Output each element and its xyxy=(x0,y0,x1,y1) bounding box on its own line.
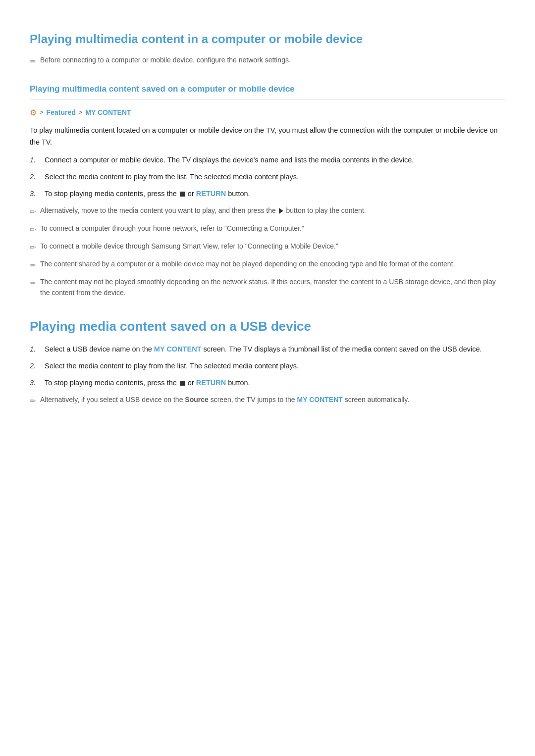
step2-number: 2. xyxy=(30,171,39,183)
intro-note-text: Before connecting to a computer or mobil… xyxy=(40,54,505,65)
step3-text-end: button. xyxy=(228,190,250,198)
note1-line4: ✏ The content shared by a computer or a … xyxy=(30,258,505,271)
s2-step3-text-end: button. xyxy=(228,379,250,387)
s2-step3-number: 3. xyxy=(30,377,39,389)
s2-note1-after: screen automatically. xyxy=(345,396,409,403)
s2-note1-mycontent: MY CONTENT xyxy=(297,396,343,403)
section1-steps-list: 1. Connect a computer or mobile device. … xyxy=(30,154,505,200)
step-2: 2. Select the media content to play from… xyxy=(30,171,505,183)
breadcrumb-mycontent-link[interactable]: MY CONTENT xyxy=(85,107,131,118)
s2-step1-text-before: Select a USB device name on the xyxy=(45,345,152,353)
s2-note1-text: Alternatively, if you select a USB devic… xyxy=(40,394,505,405)
note5-text: The content may not be played smoothly d… xyxy=(40,276,505,299)
s2-note1: ✏ Alternatively, if you select a USB dev… xyxy=(30,394,505,407)
pencil-icon: ✏ xyxy=(30,55,36,67)
note2-text: To connect a computer through your home … xyxy=(40,223,505,234)
section1-title: Playing multimedia content saved on a co… xyxy=(30,82,505,99)
intro-note-line: ✏ Before connecting to a computer or mob… xyxy=(30,54,505,67)
s2-step2-number: 2. xyxy=(30,360,39,372)
section2-steps-list: 1. Select a USB device name on the MY CO… xyxy=(30,344,505,389)
section2-title: Playing media content saved on a USB dev… xyxy=(30,316,505,337)
s2-step3-return-label: RETURN xyxy=(196,379,226,387)
s2-step1-number: 1. xyxy=(30,344,39,355)
s2-step1-text: Select a USB device name on the MY CONTE… xyxy=(45,344,505,355)
pencil-icon-n1: ✏ xyxy=(30,206,36,218)
pencil-icon-s2n1: ✏ xyxy=(30,395,36,407)
pencil-icon-n4: ✏ xyxy=(30,259,36,271)
section2: Playing media content saved on a USB dev… xyxy=(30,316,505,407)
step1-text: Connect a computer or mobile device. The… xyxy=(45,154,505,166)
breadcrumb-featured-link[interactable]: Featured xyxy=(47,107,76,118)
chevron2-icon: > xyxy=(79,107,83,118)
step3-return-label: RETURN xyxy=(196,190,226,198)
pencil-icon-n5: ✏ xyxy=(30,277,36,289)
note1-line5: ✏ The content may not be played smoothly… xyxy=(30,276,505,299)
s2-note1-source: Source xyxy=(185,396,208,403)
step-3: 3. To stop playing media contents, press… xyxy=(30,188,505,200)
step3-text: To stop playing media contents, press th… xyxy=(45,188,505,200)
main-title: Playing multimedia content in a computer… xyxy=(30,20,505,49)
s2-step3-text: To stop playing media contents, press th… xyxy=(45,377,505,389)
section1-body-text: To play multimedia content located on a … xyxy=(30,125,505,149)
step3-number: 3. xyxy=(30,188,39,200)
pencil-icon-n2: ✏ xyxy=(30,224,36,236)
note1-line2: ✏ To connect a computer through your hom… xyxy=(30,223,505,236)
note4-text: The content shared by a computer or a mo… xyxy=(40,258,505,269)
s2-step1-text-after: screen. The TV displays a thumbnail list… xyxy=(204,345,482,353)
step3-text-or: or xyxy=(188,190,194,198)
s2-step-3: 3. To stop playing media contents, press… xyxy=(30,377,505,389)
s2-step-2: 2. Select the media content to play from… xyxy=(30,360,505,372)
s2-step-1: 1. Select a USB device name on the MY CO… xyxy=(30,344,505,355)
settings-icon: ⚙ xyxy=(30,106,37,119)
s2-step3-text-before: To stop playing media contents, press th… xyxy=(45,379,177,387)
s2-step2-text: Select the media content to play from th… xyxy=(45,360,505,372)
note1-text: Alternatively, move to the media content… xyxy=(40,205,505,216)
s2-note1-before: Alternatively, if you select a USB devic… xyxy=(40,396,183,403)
s2-step1-mycontent-link: MY CONTENT xyxy=(154,345,202,353)
pencil-icon-n3: ✏ xyxy=(30,242,36,253)
s2-note1-middle: screen, the TV jumps to the xyxy=(211,396,295,403)
s2-stop-icon xyxy=(180,381,185,386)
step1-number: 1. xyxy=(30,154,39,166)
step-1: 1. Connect a computer or mobile device. … xyxy=(30,154,505,166)
note3-text: To connect a mobile device through Samsu… xyxy=(40,241,505,252)
note1-line1: ✏ Alternatively, move to the media conte… xyxy=(30,205,505,218)
note1-line3: ✏ To connect a mobile device through Sam… xyxy=(30,241,505,253)
play-icon xyxy=(279,208,283,214)
stop-icon xyxy=(180,192,185,197)
section1: Playing multimedia content saved on a co… xyxy=(30,82,505,298)
chevron1-icon: > xyxy=(40,107,44,118)
breadcrumb: ⚙ > Featured > MY CONTENT xyxy=(30,106,505,119)
step2-text: Select the media content to play from th… xyxy=(45,171,505,183)
s2-step3-text-or: or xyxy=(188,379,194,387)
step3-text-before: To stop playing media contents, press th… xyxy=(45,190,177,198)
